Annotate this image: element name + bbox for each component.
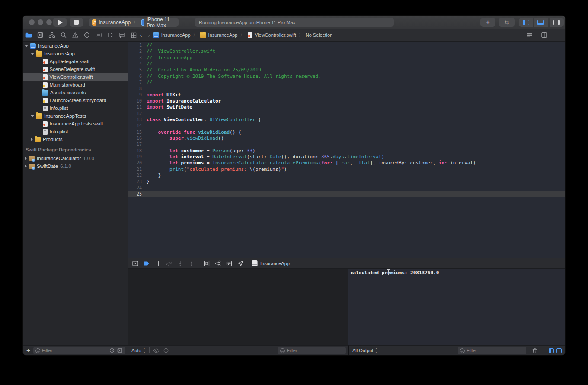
- show-variables-toggle[interactable]: [549, 348, 554, 353]
- code-line-1[interactable]: 1//: [128, 42, 565, 48]
- disclosure-triangle-icon[interactable]: [31, 138, 33, 141]
- tree-item-viewcontroller-swift[interactable]: ViewController.swift: [23, 73, 128, 81]
- code-line-25[interactable]: 25: [128, 191, 565, 197]
- simulate-location-icon[interactable]: [235, 259, 246, 268]
- memory-graph-icon[interactable]: [212, 259, 224, 268]
- navigator-tab-symbols-icon[interactable]: [46, 30, 58, 40]
- code-line-16[interactable]: 16 super.viewDidLoad(): [128, 135, 565, 141]
- process-selector[interactable]: InsuranceApp: [252, 260, 290, 266]
- breakpoints-toggle-icon[interactable]: [141, 259, 152, 268]
- navigator-tab-source-control-icon[interactable]: [35, 30, 46, 40]
- tree-item-insuranceapp[interactable]: InsuranceApp: [23, 50, 128, 58]
- library-button[interactable]: +: [480, 18, 495, 27]
- breadcrumb-item[interactable]: No Selection: [306, 32, 332, 38]
- disclosure-triangle-icon[interactable]: [31, 115, 34, 117]
- scheme-selector[interactable]: InsuranceApp 〉 iPhone 11 Pro Max: [89, 18, 179, 27]
- code-line-2[interactable]: 2// ViewController.swift: [128, 48, 565, 55]
- code-line-18[interactable]: 18 let customer = Person(age: 33): [128, 148, 565, 154]
- console[interactable]: calculated premiums: 20813760.0: [349, 269, 565, 345]
- toggle-navigator-button[interactable]: [519, 18, 533, 27]
- show-console-toggle[interactable]: [556, 348, 562, 353]
- code-line-10[interactable]: 10import InsuranceCalculator: [128, 98, 565, 104]
- code-line-3[interactable]: 3// InsuranceApp: [128, 55, 565, 61]
- back-button[interactable]: ‹: [137, 32, 145, 38]
- tree-item-assets-xcassets[interactable]: Assets.xcassets: [23, 89, 128, 96]
- forward-button[interactable]: ›: [145, 32, 153, 38]
- navigator-tab-find-icon[interactable]: [58, 30, 70, 40]
- code-line-8[interactable]: 8: [128, 86, 565, 92]
- hide-debug-area-icon[interactable]: [130, 259, 141, 268]
- toggle-debug-area-button[interactable]: [534, 18, 548, 27]
- navigator-filter-field[interactable]: Filter: [33, 347, 125, 354]
- close-button[interactable]: [29, 19, 35, 25]
- tree-item-insuranceapp[interactable]: InsuranceApp: [23, 42, 128, 50]
- editor-options-icon[interactable]: [526, 32, 533, 38]
- add-editor-icon[interactable]: [541, 32, 548, 38]
- run-button[interactable]: [53, 18, 67, 27]
- navigator-tab-reports-icon[interactable]: [116, 30, 128, 40]
- related-items-icon[interactable]: [131, 32, 137, 38]
- tree-item-insuranceapptests-swift[interactable]: InsuranceAppTests.swift: [23, 120, 128, 128]
- breadcrumb-item[interactable]: InsuranceApp: [153, 32, 191, 38]
- code-line-22[interactable]: 22 }: [128, 173, 565, 179]
- navigator-tab-project-icon[interactable]: [23, 30, 35, 40]
- pause-icon[interactable]: [152, 259, 163, 268]
- toggle-inspector-button[interactable]: [550, 18, 564, 27]
- navigator-tab-debug-icon[interactable]: [93, 30, 104, 40]
- add-file-button[interactable]: +: [26, 346, 30, 354]
- tree-item-appdelegate-swift[interactable]: AppDelegate.swift: [23, 58, 128, 65]
- editor-swap-button[interactable]: ⇆: [499, 18, 515, 27]
- tree-item-launchscreen-storyboard[interactable]: LaunchScreen.storyboard: [23, 96, 128, 104]
- tree-item-scenedelegate-swift[interactable]: SceneDelegate.swift: [23, 65, 128, 73]
- code-line-7[interactable]: 7//: [128, 80, 565, 86]
- code-line-4[interactable]: 4//: [128, 61, 565, 67]
- info-icon[interactable]: [163, 347, 169, 353]
- tree-item-info-plist[interactable]: Info.plist: [23, 128, 128, 135]
- tree-item-info-plist[interactable]: Info.plist: [23, 104, 128, 112]
- scm-status-filter-icon[interactable]: [117, 347, 123, 353]
- recent-files-icon[interactable]: [109, 347, 115, 353]
- code-line-17[interactable]: 17: [128, 141, 565, 148]
- step-out-icon[interactable]: [186, 259, 197, 268]
- quicklook-icon[interactable]: [153, 347, 160, 354]
- variables-view[interactable]: [128, 269, 348, 345]
- breadcrumb-item[interactable]: ViewController.swift: [247, 32, 296, 38]
- zoom-button[interactable]: [46, 19, 52, 25]
- disclosure-triangle-icon[interactable]: [25, 157, 27, 160]
- variables-filter-field[interactable]: Filter: [278, 347, 346, 354]
- stop-button[interactable]: [70, 18, 83, 27]
- view-debugger-icon[interactable]: [201, 259, 212, 268]
- code-line-23[interactable]: 23}: [128, 179, 565, 185]
- navigator-tab-issues-icon[interactable]: [70, 30, 81, 40]
- navigator-tab-tests-icon[interactable]: [81, 30, 93, 40]
- scheme-device-name[interactable]: iPhone 11 Pro Max: [147, 16, 179, 29]
- source-editor[interactable]: 1//2// ViewController.swift3// Insurance…: [128, 42, 565, 258]
- console-scope-selector[interactable]: All Output ⌃⌃: [352, 348, 377, 353]
- disclosure-triangle-icon[interactable]: [25, 45, 28, 47]
- navigator-tab-breakpoints-icon[interactable]: [104, 30, 116, 40]
- code-line-21[interactable]: 21 print("calculated premiums: \(premium…: [128, 167, 565, 173]
- code-line-24[interactable]: 24: [128, 185, 565, 191]
- tree-item-insuranceapptests[interactable]: InsuranceAppTests: [23, 112, 128, 120]
- step-over-icon[interactable]: [163, 259, 175, 268]
- code-line-19[interactable]: 19 let interval = DateInterval(start: Da…: [128, 154, 565, 160]
- minimize-button[interactable]: [38, 19, 43, 25]
- clear-console-icon[interactable]: [531, 347, 538, 354]
- code-line-9[interactable]: 9import UIKit: [128, 92, 565, 98]
- code-line-20[interactable]: 20 let premiums = InsuranceCalculator.ca…: [128, 160, 565, 166]
- breadcrumb-item[interactable]: InsuranceApp: [200, 32, 238, 38]
- console-filter-field[interactable]: Filter: [458, 347, 526, 354]
- package-item-swiftdate[interactable]: SwiftDate6.1.0: [23, 162, 128, 170]
- code-line-12[interactable]: 12: [128, 111, 565, 117]
- scheme-app-name[interactable]: InsuranceApp: [99, 19, 131, 26]
- code-line-13[interactable]: 13class ViewController: UIViewController…: [128, 117, 565, 123]
- code-line-6[interactable]: 6// Copyright © 2019 The Software House.…: [128, 74, 565, 80]
- environment-overrides-icon[interactable]: [224, 259, 235, 268]
- code-line-11[interactable]: 11import SwiftDate: [128, 104, 565, 110]
- step-into-icon[interactable]: [175, 259, 186, 268]
- tree-item-main-storyboard[interactable]: Main.storyboard: [23, 81, 128, 89]
- code-line-14[interactable]: 14: [128, 123, 565, 129]
- package-item-insurancecalculator[interactable]: InsuranceCalculator1.0.0: [23, 154, 128, 162]
- disclosure-triangle-icon[interactable]: [25, 164, 27, 168]
- variables-scope-selector[interactable]: Auto ⌃⌃: [131, 348, 146, 353]
